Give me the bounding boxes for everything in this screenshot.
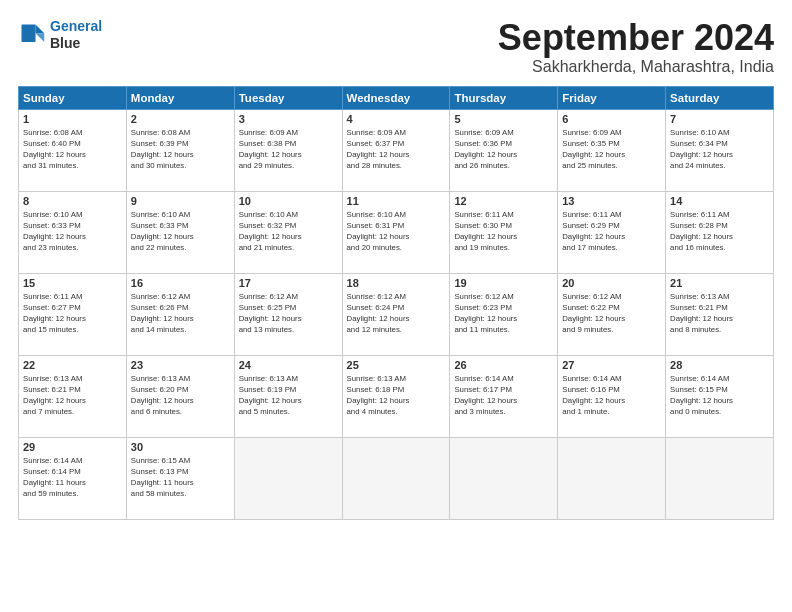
- header: General Blue September 2024 Sakharkherda…: [18, 18, 774, 76]
- header-row: SundayMondayTuesdayWednesdayThursdayFrid…: [19, 86, 774, 109]
- day-cell: 26Sunrise: 6:14 AM Sunset: 6:17 PM Dayli…: [450, 355, 558, 437]
- day-cell: [234, 437, 342, 519]
- day-info: Sunrise: 6:11 AM Sunset: 6:28 PM Dayligh…: [670, 209, 769, 254]
- day-info: Sunrise: 6:14 AM Sunset: 6:16 PM Dayligh…: [562, 373, 661, 418]
- week-row-3: 15Sunrise: 6:11 AM Sunset: 6:27 PM Dayli…: [19, 273, 774, 355]
- month-title: September 2024: [498, 18, 774, 58]
- day-cell: 22Sunrise: 6:13 AM Sunset: 6:21 PM Dayli…: [19, 355, 127, 437]
- day-cell: [450, 437, 558, 519]
- day-info: Sunrise: 6:12 AM Sunset: 6:24 PM Dayligh…: [347, 291, 446, 336]
- day-cell: [666, 437, 774, 519]
- header-cell-saturday: Saturday: [666, 86, 774, 109]
- day-cell: 11Sunrise: 6:10 AM Sunset: 6:31 PM Dayli…: [342, 191, 450, 273]
- day-cell: 13Sunrise: 6:11 AM Sunset: 6:29 PM Dayli…: [558, 191, 666, 273]
- day-info: Sunrise: 6:11 AM Sunset: 6:30 PM Dayligh…: [454, 209, 553, 254]
- day-number: 14: [670, 195, 769, 207]
- day-cell: 12Sunrise: 6:11 AM Sunset: 6:30 PM Dayli…: [450, 191, 558, 273]
- week-row-4: 22Sunrise: 6:13 AM Sunset: 6:21 PM Dayli…: [19, 355, 774, 437]
- calendar-table: SundayMondayTuesdayWednesdayThursdayFrid…: [18, 86, 774, 520]
- day-info: Sunrise: 6:09 AM Sunset: 6:36 PM Dayligh…: [454, 127, 553, 172]
- header-cell-thursday: Thursday: [450, 86, 558, 109]
- logo-icon: [18, 21, 46, 49]
- day-number: 21: [670, 277, 769, 289]
- day-cell: 10Sunrise: 6:10 AM Sunset: 6:32 PM Dayli…: [234, 191, 342, 273]
- day-number: 22: [23, 359, 122, 371]
- day-number: 18: [347, 277, 446, 289]
- day-number: 19: [454, 277, 553, 289]
- day-cell: 1Sunrise: 6:08 AM Sunset: 6:40 PM Daylig…: [19, 109, 127, 191]
- day-info: Sunrise: 6:12 AM Sunset: 6:23 PM Dayligh…: [454, 291, 553, 336]
- day-cell: 30Sunrise: 6:15 AM Sunset: 6:13 PM Dayli…: [126, 437, 234, 519]
- day-number: 1: [23, 113, 122, 125]
- day-info: Sunrise: 6:13 AM Sunset: 6:21 PM Dayligh…: [23, 373, 122, 418]
- day-info: Sunrise: 6:10 AM Sunset: 6:34 PM Dayligh…: [670, 127, 769, 172]
- day-cell: 9Sunrise: 6:10 AM Sunset: 6:33 PM Daylig…: [126, 191, 234, 273]
- day-info: Sunrise: 6:11 AM Sunset: 6:29 PM Dayligh…: [562, 209, 661, 254]
- day-info: Sunrise: 6:14 AM Sunset: 6:15 PM Dayligh…: [670, 373, 769, 418]
- day-info: Sunrise: 6:08 AM Sunset: 6:40 PM Dayligh…: [23, 127, 122, 172]
- day-info: Sunrise: 6:13 AM Sunset: 6:19 PM Dayligh…: [239, 373, 338, 418]
- header-cell-sunday: Sunday: [19, 86, 127, 109]
- logo-text: General Blue: [50, 18, 102, 52]
- day-cell: 14Sunrise: 6:11 AM Sunset: 6:28 PM Dayli…: [666, 191, 774, 273]
- day-info: Sunrise: 6:12 AM Sunset: 6:22 PM Dayligh…: [562, 291, 661, 336]
- day-number: 12: [454, 195, 553, 207]
- day-number: 10: [239, 195, 338, 207]
- day-number: 25: [347, 359, 446, 371]
- week-row-1: 1Sunrise: 6:08 AM Sunset: 6:40 PM Daylig…: [19, 109, 774, 191]
- svg-rect-2: [22, 24, 36, 42]
- week-row-2: 8Sunrise: 6:10 AM Sunset: 6:33 PM Daylig…: [19, 191, 774, 273]
- day-info: Sunrise: 6:10 AM Sunset: 6:32 PM Dayligh…: [239, 209, 338, 254]
- day-info: Sunrise: 6:14 AM Sunset: 6:17 PM Dayligh…: [454, 373, 553, 418]
- day-number: 24: [239, 359, 338, 371]
- day-cell: 5Sunrise: 6:09 AM Sunset: 6:36 PM Daylig…: [450, 109, 558, 191]
- day-info: Sunrise: 6:11 AM Sunset: 6:27 PM Dayligh…: [23, 291, 122, 336]
- day-number: 11: [347, 195, 446, 207]
- day-cell: 17Sunrise: 6:12 AM Sunset: 6:25 PM Dayli…: [234, 273, 342, 355]
- day-cell: 8Sunrise: 6:10 AM Sunset: 6:33 PM Daylig…: [19, 191, 127, 273]
- day-number: 16: [131, 277, 230, 289]
- day-number: 5: [454, 113, 553, 125]
- day-cell: 2Sunrise: 6:08 AM Sunset: 6:39 PM Daylig…: [126, 109, 234, 191]
- day-cell: 21Sunrise: 6:13 AM Sunset: 6:21 PM Dayli…: [666, 273, 774, 355]
- day-number: 27: [562, 359, 661, 371]
- day-number: 8: [23, 195, 122, 207]
- day-cell: 23Sunrise: 6:13 AM Sunset: 6:20 PM Dayli…: [126, 355, 234, 437]
- day-cell: 27Sunrise: 6:14 AM Sunset: 6:16 PM Dayli…: [558, 355, 666, 437]
- day-number: 15: [23, 277, 122, 289]
- day-number: 23: [131, 359, 230, 371]
- day-info: Sunrise: 6:09 AM Sunset: 6:38 PM Dayligh…: [239, 127, 338, 172]
- day-info: Sunrise: 6:13 AM Sunset: 6:20 PM Dayligh…: [131, 373, 230, 418]
- day-cell: [342, 437, 450, 519]
- day-info: Sunrise: 6:10 AM Sunset: 6:31 PM Dayligh…: [347, 209, 446, 254]
- day-info: Sunrise: 6:12 AM Sunset: 6:25 PM Dayligh…: [239, 291, 338, 336]
- day-number: 17: [239, 277, 338, 289]
- day-info: Sunrise: 6:08 AM Sunset: 6:39 PM Dayligh…: [131, 127, 230, 172]
- day-number: 4: [347, 113, 446, 125]
- day-number: 13: [562, 195, 661, 207]
- day-cell: 28Sunrise: 6:14 AM Sunset: 6:15 PM Dayli…: [666, 355, 774, 437]
- day-cell: 16Sunrise: 6:12 AM Sunset: 6:26 PM Dayli…: [126, 273, 234, 355]
- day-cell: 18Sunrise: 6:12 AM Sunset: 6:24 PM Dayli…: [342, 273, 450, 355]
- day-number: 28: [670, 359, 769, 371]
- header-cell-tuesday: Tuesday: [234, 86, 342, 109]
- day-cell: 19Sunrise: 6:12 AM Sunset: 6:23 PM Dayli…: [450, 273, 558, 355]
- day-info: Sunrise: 6:15 AM Sunset: 6:13 PM Dayligh…: [131, 455, 230, 500]
- title-area: September 2024 Sakharkherda, Maharashtra…: [498, 18, 774, 76]
- day-info: Sunrise: 6:09 AM Sunset: 6:35 PM Dayligh…: [562, 127, 661, 172]
- day-cell: 4Sunrise: 6:09 AM Sunset: 6:37 PM Daylig…: [342, 109, 450, 191]
- day-info: Sunrise: 6:13 AM Sunset: 6:18 PM Dayligh…: [347, 373, 446, 418]
- day-cell: 6Sunrise: 6:09 AM Sunset: 6:35 PM Daylig…: [558, 109, 666, 191]
- day-number: 30: [131, 441, 230, 453]
- day-number: 9: [131, 195, 230, 207]
- day-info: Sunrise: 6:13 AM Sunset: 6:21 PM Dayligh…: [670, 291, 769, 336]
- day-number: 3: [239, 113, 338, 125]
- day-number: 6: [562, 113, 661, 125]
- day-cell: 15Sunrise: 6:11 AM Sunset: 6:27 PM Dayli…: [19, 273, 127, 355]
- day-cell: [558, 437, 666, 519]
- header-cell-monday: Monday: [126, 86, 234, 109]
- day-number: 7: [670, 113, 769, 125]
- day-number: 26: [454, 359, 553, 371]
- header-cell-wednesday: Wednesday: [342, 86, 450, 109]
- day-cell: 3Sunrise: 6:09 AM Sunset: 6:38 PM Daylig…: [234, 109, 342, 191]
